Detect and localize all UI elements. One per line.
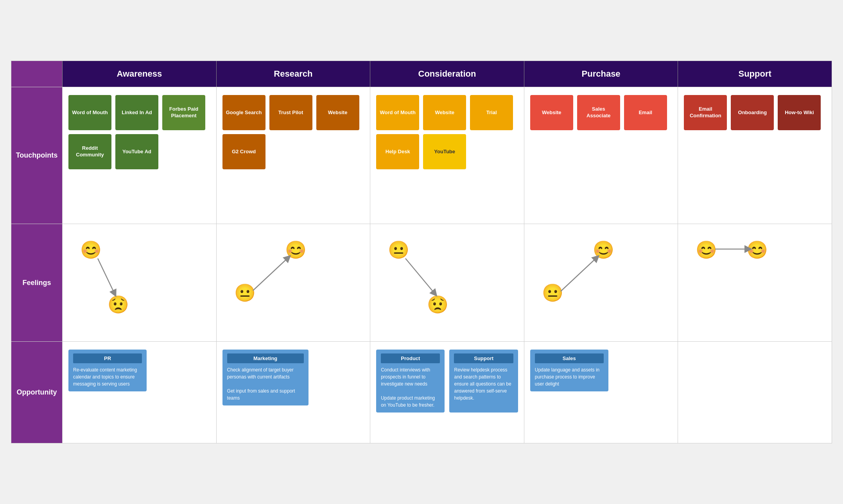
svg-line-2 xyxy=(405,258,435,294)
opp-title-sales: Sales xyxy=(535,353,604,363)
touchpoints-label: Touchpoints xyxy=(11,87,62,224)
tp-trust-pilot[interactable]: Trust Pilot xyxy=(269,95,312,130)
tp-website-research[interactable]: Website xyxy=(316,95,359,130)
opp-title-product: Product xyxy=(381,353,440,363)
opp-card-marketing[interactable]: Marketing Check alignment of target buye… xyxy=(222,350,309,405)
opp-card-product[interactable]: Product Conduct interviews with prospect… xyxy=(376,350,445,413)
svg-line-1 xyxy=(253,258,288,291)
opp-text-sales: Update language and assets in purchase p… xyxy=(535,366,604,387)
consideration-cards: Word of Mouth Website Trial Help Desk Yo… xyxy=(376,95,518,169)
touchpoints-purchase-cell: Website Sales Associate Email xyxy=(524,87,678,224)
arrow-awareness xyxy=(68,232,210,334)
opp-title-pr: PR xyxy=(73,353,142,363)
opp-title-marketing: Marketing xyxy=(227,353,304,363)
col-header-awareness: Awareness xyxy=(62,61,216,87)
feelings-purchase-cell: 😐 😊 xyxy=(524,224,678,341)
feelings-row: Feelings 😊 😟 😐 😊 xyxy=(11,224,832,341)
tp-trial[interactable]: Trial xyxy=(470,95,513,130)
opp-card-pr[interactable]: PR Re-evaluate content marketing calenda… xyxy=(68,350,147,391)
opp-card-support[interactable]: Support Review helpdesk process and sear… xyxy=(449,350,518,413)
feelings-consideration-cell: 😐 😟 xyxy=(370,224,524,341)
customer-journey-map: Awareness Research Consideration Purchas… xyxy=(11,61,832,443)
touchpoints-research-cell: Google Search Trust Pilot Website G2 Cro… xyxy=(216,87,370,224)
arrow-research xyxy=(222,232,364,334)
opp-text-marketing: Check alignment of target buyer personas… xyxy=(227,366,304,402)
header-row: Awareness Research Consideration Purchas… xyxy=(11,61,832,87)
touchpoints-row: Touchpoints Word of Mouth Linked In Ad F… xyxy=(11,87,832,224)
opp-text-pr: Re-evaluate content marketing calendar a… xyxy=(73,366,142,387)
awareness-cards: Word of Mouth Linked In Ad Forbes Paid P… xyxy=(68,95,210,169)
tp-word-of-mouth-awareness[interactable]: Word of Mouth xyxy=(68,95,111,130)
tp-website-consideration[interactable]: Website xyxy=(423,95,466,130)
opportunity-label: Opportunity xyxy=(11,342,62,443)
svg-line-3 xyxy=(561,258,597,291)
feelings-awareness-cell: 😊 😟 xyxy=(62,224,216,341)
opportunity-consideration-cell: Product Conduct interviews with prospect… xyxy=(370,342,524,443)
opp-card-sales[interactable]: Sales Update language and assets in purc… xyxy=(530,350,608,391)
purchase-cards: Website Sales Associate Email xyxy=(530,95,672,130)
tp-g2-crowd[interactable]: G2 Crowd xyxy=(222,134,265,169)
tp-help-desk[interactable]: Help Desk xyxy=(376,134,419,169)
tp-google-search[interactable]: Google Search xyxy=(222,95,265,130)
tp-sales-associate[interactable]: Sales Associate xyxy=(577,95,620,130)
tp-email-purchase[interactable]: Email xyxy=(624,95,667,130)
feelings-support-cell: 😊 😊 xyxy=(678,224,832,341)
touchpoints-consideration-cell: Word of Mouth Website Trial Help Desk Yo… xyxy=(370,87,524,224)
tp-reddit-community[interactable]: Reddit Community xyxy=(68,134,111,169)
arrow-consideration xyxy=(376,232,518,334)
tp-linkedin-ad[interactable]: Linked In Ad xyxy=(115,95,158,130)
tp-onboarding[interactable]: Onboarding xyxy=(731,95,774,130)
support-cards: Email Confirmation Onboarding How-to Wik… xyxy=(684,95,826,130)
opp-text-support: Review helpdesk process and search patte… xyxy=(454,366,513,402)
header-label-space xyxy=(11,61,62,87)
opp-text-product: Conduct interviews with prospects in fun… xyxy=(381,366,440,409)
tp-youtube-consideration[interactable]: YouTube xyxy=(423,134,466,169)
tp-forbes-paid[interactable]: Forbes Paid Placement xyxy=(162,95,205,130)
tp-how-to-wiki[interactable]: How-to Wiki xyxy=(778,95,821,130)
research-cards: Google Search Trust Pilot Website G2 Cro… xyxy=(222,95,364,169)
arrow-support xyxy=(684,232,826,334)
arrow-purchase xyxy=(530,232,672,334)
touchpoints-support-cell: Email Confirmation Onboarding How-to Wik… xyxy=(678,87,832,224)
opp-title-support: Support xyxy=(454,353,513,363)
opportunity-support-cell xyxy=(678,342,832,443)
tp-youtube-ad[interactable]: YouTube Ad xyxy=(115,134,158,169)
opportunity-row: Opportunity PR Re-evaluate content marke… xyxy=(11,341,832,443)
col-header-purchase: Purchase xyxy=(524,61,678,87)
col-header-support: Support xyxy=(678,61,832,87)
opportunity-research-cell: Marketing Check alignment of target buye… xyxy=(216,342,370,443)
tp-website-purchase[interactable]: Website xyxy=(530,95,573,130)
opportunity-purchase-cell: Sales Update language and assets in purc… xyxy=(524,342,678,443)
touchpoints-awareness-cell: Word of Mouth Linked In Ad Forbes Paid P… xyxy=(62,87,216,224)
feelings-label: Feelings xyxy=(11,224,62,341)
col-header-research: Research xyxy=(216,61,370,87)
svg-line-0 xyxy=(98,258,115,294)
feelings-research-cell: 😐 😊 xyxy=(216,224,370,341)
tp-email-confirmation[interactable]: Email Confirmation xyxy=(684,95,727,130)
tp-word-of-mouth-consideration[interactable]: Word of Mouth xyxy=(376,95,419,130)
col-header-consideration: Consideration xyxy=(370,61,524,87)
opportunity-awareness-cell: PR Re-evaluate content marketing calenda… xyxy=(62,342,216,443)
